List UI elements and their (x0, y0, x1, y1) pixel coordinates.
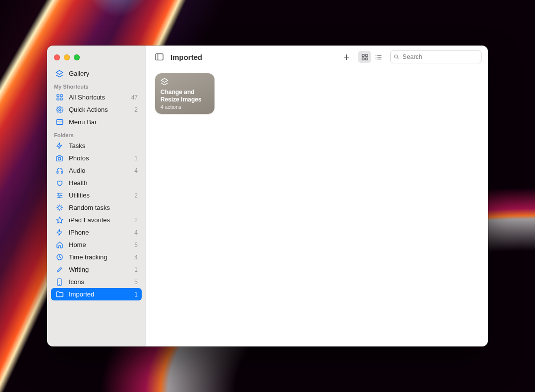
sidebar-item-count: 2 (134, 217, 138, 224)
svg-rect-10 (56, 171, 58, 173)
sidebar-item-iphone[interactable]: iPhone4 (51, 226, 142, 239)
sidebar-item-label: Audio (69, 167, 129, 174)
sidebar-item-random-tasks[interactable]: Random tasks (51, 201, 142, 214)
sidebar-item-audio[interactable]: Audio4 (51, 164, 142, 177)
minimize-button[interactable] (64, 54, 70, 60)
svg-marker-39 (161, 78, 167, 82)
sidebar-item-count: 1 (134, 155, 138, 162)
svg-rect-11 (61, 171, 62, 173)
page-title: Imported (170, 53, 202, 61)
sidebar-item-label: Menu Bar (69, 118, 133, 126)
sidebar-item-count: 4 (134, 254, 138, 261)
sidebar-item-menu-bar[interactable]: Menu Bar (51, 116, 142, 128)
sidebar-section-header: Folders (47, 128, 146, 140)
sidebar-item-count: 1 (134, 266, 138, 273)
svg-point-16 (60, 195, 61, 196)
sidebar-item-all-shortcuts[interactable]: All Shortcuts47 (51, 91, 142, 103)
svg-point-35 (375, 58, 376, 59)
search-icon (394, 54, 399, 60)
sidebar-section-header: My Shortcuts (47, 80, 146, 91)
toolbar: Imported (146, 46, 488, 68)
menubar-icon (55, 118, 64, 127)
close-button[interactable] (54, 54, 60, 60)
sidebar-item-label: Health (69, 179, 133, 187)
svg-point-31 (375, 55, 376, 56)
shortcut-subtitle: 4 actions (160, 104, 210, 110)
svg-point-15 (58, 193, 59, 194)
svg-marker-0 (56, 70, 62, 74)
layers-icon (160, 78, 210, 87)
content: Imported Change and Resize Images4 actio… (146, 46, 488, 346)
svg-rect-3 (56, 98, 58, 100)
sidebar-item-label: Imported (69, 291, 129, 298)
sidebar-item-label: Utilities (69, 192, 129, 199)
svg-point-33 (375, 56, 376, 57)
sparkle-icon (55, 203, 64, 212)
sidebar-item-imported[interactable]: Imported1 (51, 288, 142, 300)
shortcut-card[interactable]: Change and Resize Images4 actions (155, 73, 214, 114)
svg-rect-29 (362, 57, 364, 59)
layers-icon (55, 69, 64, 78)
svg-point-5 (58, 109, 60, 111)
shortcuts-grid: Change and Resize Images4 actions (146, 68, 488, 346)
sidebar-item-label: Writing (69, 266, 129, 273)
sidebar-item-label: Quick Actions (69, 106, 129, 113)
sidebar-item-utilities[interactable]: Utilities2 (51, 189, 142, 201)
svg-marker-18 (56, 217, 63, 223)
sliders-icon (55, 191, 64, 200)
sidebar-item-label: All Shortcuts (69, 94, 126, 101)
sidebar-item-label: iPad Favorites (69, 216, 129, 224)
view-mode-group (358, 51, 385, 63)
list-view-button[interactable] (372, 51, 385, 63)
folder-icon (55, 290, 64, 299)
svg-marker-8 (57, 143, 62, 149)
phone-icon (55, 278, 64, 287)
bolt-icon (55, 228, 64, 237)
sidebar-item-label: Gallery (69, 70, 138, 77)
grid-icon (55, 93, 64, 102)
sidebar-item-count: 4 (134, 167, 138, 174)
svg-rect-6 (56, 120, 63, 125)
svg-rect-27 (362, 54, 364, 56)
clock-icon (55, 253, 64, 262)
svg-line-38 (397, 58, 398, 59)
sidebar-item-label: iPhone (69, 229, 129, 236)
sidebar-item-time-tracking[interactable]: Time tracking4 (51, 251, 142, 263)
heart-icon (55, 179, 64, 188)
sidebar-item-gallery[interactable]: Gallery (51, 67, 142, 80)
svg-point-17 (58, 196, 59, 197)
sidebar-item-photos[interactable]: Photos1 (51, 152, 142, 164)
svg-rect-23 (155, 54, 162, 60)
svg-rect-1 (56, 95, 58, 97)
sidebar-item-count: 4 (134, 229, 138, 236)
sidebar-item-count: 5 (134, 279, 138, 286)
sidebar-item-ipad-favorites[interactable]: iPad Favorites2 (51, 214, 142, 226)
zoom-button[interactable] (74, 54, 80, 60)
search-field[interactable] (390, 50, 482, 63)
svg-rect-30 (365, 57, 367, 59)
sidebar-item-icons[interactable]: Icons5 (51, 276, 142, 288)
svg-rect-2 (60, 95, 62, 97)
sidebar-item-label: Random tasks (69, 204, 133, 211)
bolt-icon (55, 142, 64, 150)
sidebar-item-count: 47 (131, 94, 138, 101)
headphones-icon (55, 166, 64, 175)
star-icon (55, 216, 64, 225)
sidebar-item-writing[interactable]: Writing1 (51, 263, 142, 276)
sidebar-item-home[interactable]: Home6 (51, 239, 142, 251)
sidebar-item-quick-actions[interactable]: Quick Actions2 (51, 103, 142, 116)
sidebar-item-label: Icons (69, 278, 129, 286)
sidebar-item-count: 6 (134, 242, 138, 248)
sidebar-item-tasks[interactable]: Tasks (51, 140, 142, 152)
sidebar-item-label: Photos (69, 154, 129, 162)
add-button[interactable] (340, 51, 353, 63)
toggle-sidebar-button[interactable] (153, 51, 165, 63)
sidebar-item-label: Tasks (69, 142, 133, 149)
search-input[interactable] (402, 53, 478, 61)
sidebar: Gallery My ShortcutsAll Shortcuts47Quick… (47, 46, 146, 346)
grid-view-button[interactable] (358, 51, 371, 63)
svg-rect-28 (365, 54, 367, 56)
svg-point-9 (58, 157, 60, 160)
sidebar-item-health[interactable]: Health (51, 177, 142, 189)
traffic-lights (47, 49, 146, 67)
